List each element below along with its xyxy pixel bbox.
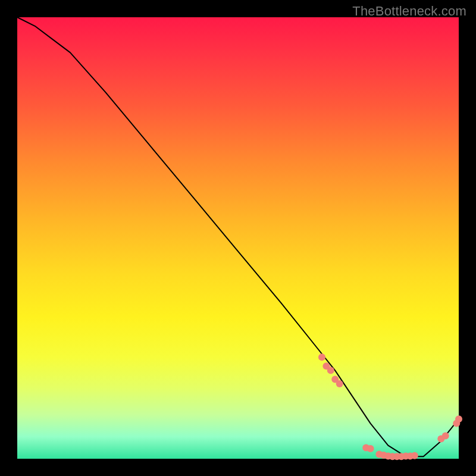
- marker-cluster-left: [336, 380, 343, 387]
- data-markers: [318, 353, 462, 460]
- chart-svg: [17, 17, 459, 459]
- chart-frame: TheBottleneck.com: [0, 0, 476, 476]
- marker-cluster-left: [327, 367, 334, 374]
- bottleneck-curve: [17, 17, 459, 456]
- marker-cluster-left: [318, 353, 325, 361]
- marker-bottom-a: [367, 445, 374, 452]
- marker-right-rise: [455, 415, 462, 422]
- marker-right-rise: [442, 432, 449, 439]
- plot-area: [17, 17, 459, 459]
- marker-bottom-b: [411, 452, 418, 459]
